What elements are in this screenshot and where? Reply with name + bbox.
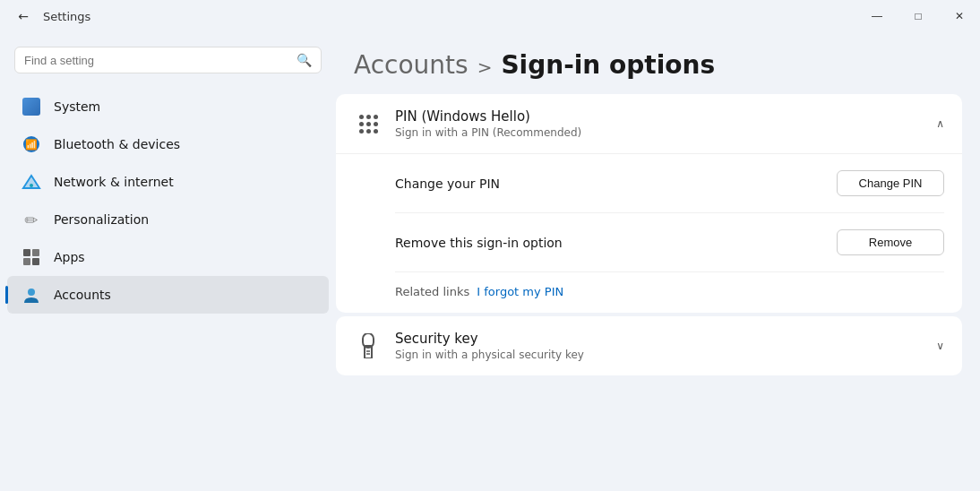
security-key-card: Security key Sign in with a physical sec… [336, 316, 962, 375]
page-title: Sign-in options [501, 50, 715, 80]
svg-point-5 [28, 289, 35, 296]
pin-card-header[interactable]: PIN (Windows Hello) Sign in with a PIN (… [336, 94, 962, 153]
sidebar-item-bluetooth[interactable]: 📶 Bluetooth & devices [7, 125, 329, 163]
search-input[interactable] [24, 54, 289, 67]
sidebar-item-label: System [54, 99, 100, 114]
close-button[interactable]: ✕ [939, 0, 980, 32]
sidebar: 🔍 System 📶 Bluetooth & devices [0, 32, 336, 491]
sidebar-item-network[interactable]: Network & internet [7, 163, 329, 201]
change-pin-button[interactable]: Change PIN [837, 170, 944, 196]
pin-icon [354, 109, 383, 138]
sidebar-item-apps[interactable]: Apps [7, 238, 329, 276]
search-box[interactable]: 🔍 [14, 47, 322, 73]
svg-rect-4 [32, 258, 39, 265]
window-controls: — □ ✕ [856, 0, 980, 32]
bluetooth-icon: 📶 [21, 134, 41, 154]
app-title: Settings [43, 10, 90, 23]
security-key-card-text: Security key Sign in with a physical sec… [395, 331, 584, 361]
breadcrumb-arrow: > [477, 56, 493, 78]
page-header: Accounts > Sign-in options [336, 32, 962, 94]
forgot-pin-link[interactable]: I forgot my PIN [477, 285, 563, 298]
maximize-button[interactable]: □ [898, 0, 939, 32]
personalization-icon: ✏️ [21, 210, 41, 229]
security-key-chevron[interactable]: ∨ [936, 340, 944, 352]
svg-rect-1 [23, 249, 30, 256]
remove-signin-label: Remove this sign-in option [395, 236, 563, 250]
remove-signin-row: Remove this sign-in option Remove [395, 213, 944, 272]
security-key-card-header-left: Security key Sign in with a physical sec… [354, 331, 584, 361]
search-icon: 🔍 [297, 53, 312, 67]
sidebar-item-label: Personalization [54, 212, 149, 227]
pin-card-content: Change your PIN Change PIN Remove this s… [336, 153, 962, 313]
apps-icon [21, 247, 41, 267]
pin-card-title: PIN (Windows Hello) [395, 108, 581, 125]
accounts-icon [21, 285, 41, 305]
sidebar-item-system[interactable]: System [7, 88, 329, 125]
svg-rect-2 [32, 249, 39, 256]
security-key-card-title: Security key [395, 331, 584, 347]
security-key-card-subtitle: Sign in with a physical security key [395, 349, 584, 361]
pin-card-chevron[interactable]: ∧ [936, 117, 944, 130]
back-button[interactable]: ← [11, 4, 36, 29]
svg-point-0 [30, 184, 33, 187]
pin-card: PIN (Windows Hello) Sign in with a PIN (… [336, 94, 962, 313]
network-icon [21, 172, 41, 192]
security-key-card-header[interactable]: Security key Sign in with a physical sec… [336, 316, 962, 375]
svg-rect-3 [23, 258, 30, 265]
minimize-button[interactable]: — [856, 0, 898, 32]
nav-items: System 📶 Bluetooth & devices Netwo [0, 88, 336, 314]
remove-button[interactable]: Remove [837, 229, 944, 255]
change-pin-label: Change your PIN [395, 177, 500, 191]
sidebar-item-label: Bluetooth & devices [54, 137, 180, 151]
pin-card-text: PIN (Windows Hello) Sign in with a PIN (… [395, 108, 581, 139]
sidebar-item-label: Network & internet [54, 175, 174, 189]
breadcrumb: Accounts [354, 50, 469, 80]
main-content: Accounts > Sign-in options PIN (Windows [336, 32, 980, 491]
sidebar-item-personalization[interactable]: ✏️ Personalization [7, 201, 329, 238]
sidebar-item-accounts[interactable]: Accounts [7, 276, 329, 314]
pin-card-subtitle: Sign in with a PIN (Recommended) [395, 126, 581, 139]
related-links: Related links I forgot my PIN [395, 272, 944, 313]
app-body: 🔍 System 📶 Bluetooth & devices [0, 32, 980, 491]
pin-card-header-left: PIN (Windows Hello) Sign in with a PIN (… [354, 108, 581, 139]
change-pin-row: Change your PIN Change PIN [395, 154, 944, 213]
system-icon [21, 97, 41, 116]
title-bar: ← Settings — □ ✕ [0, 0, 980, 32]
sidebar-item-label: Apps [54, 250, 85, 264]
security-key-icon [354, 332, 383, 360]
related-links-label: Related links [395, 285, 469, 298]
sidebar-item-label: Accounts [54, 288, 111, 302]
